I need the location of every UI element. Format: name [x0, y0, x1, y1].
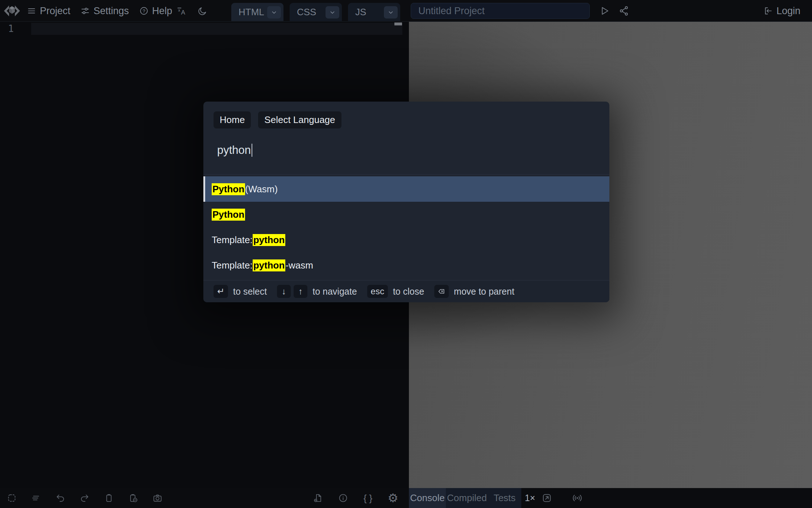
custom-settings-button[interactable]: { } [360, 488, 376, 508]
zoom-level-button[interactable]: 1× [521, 488, 539, 508]
app-logo-icon[interactable] [4, 3, 20, 19]
menu-settings[interactable]: Settings [80, 5, 129, 17]
menu-help[interactable]: ?Help [139, 5, 173, 17]
hint-keys [434, 285, 449, 298]
palette-header: HomeSelect Language python [203, 102, 609, 175]
language-menu-button[interactable] [267, 6, 281, 19]
chevron-down-icon [328, 8, 336, 16]
project-title-input[interactable] [411, 3, 590, 19]
chevron-down-icon [270, 8, 278, 16]
copy-button[interactable] [100, 488, 117, 508]
result-text: Template: [212, 234, 253, 246]
svg-text:A: A [181, 9, 185, 16]
editor-current-line [31, 23, 402, 35]
breadcrumb-select-language[interactable]: Select Language [258, 111, 341, 128]
undo-icon [55, 493, 65, 503]
editor-scrollbar-thumb[interactable] [394, 22, 402, 25]
key-chip: esc [367, 285, 388, 298]
language-menu-button[interactable] [326, 6, 339, 19]
screenshot-button[interactable] [149, 488, 166, 508]
command-palette: HomeSelect Language python Python (Wasm)… [203, 102, 609, 302]
menu-label: Project [40, 5, 70, 17]
copy-snippet-icon [128, 493, 138, 503]
tab-label: HTML [239, 7, 264, 18]
run-icon[interactable] [599, 5, 610, 16]
run-share-group [599, 0, 629, 22]
project-info-button[interactable] [335, 488, 351, 508]
hint-keys: ↓↑ [277, 285, 307, 298]
tab-js[interactable]: JS [348, 3, 400, 21]
login-icon [763, 6, 772, 16]
result-tab-console[interactable]: Console [409, 488, 446, 508]
chevron-down-icon [387, 8, 395, 16]
tab-label: JS [355, 7, 366, 18]
key-chip: ↵ [214, 285, 228, 298]
hint-label: move to parent [454, 286, 514, 297]
login-button[interactable]: Login [763, 0, 800, 22]
tab-css[interactable]: CSS [290, 3, 342, 21]
external-resources-icon [313, 493, 323, 503]
palette-search-row[interactable]: python [217, 144, 599, 157]
result-item[interactable]: Template: python [203, 227, 609, 253]
dark-mode-icon[interactable] [198, 6, 207, 16]
redo-icon [80, 493, 90, 503]
broadcast-button[interactable] [569, 488, 585, 508]
undo-button[interactable] [52, 488, 69, 508]
open-in-new-window-button[interactable] [538, 488, 555, 508]
result-panel-tabs: ConsoleCompiledTests [409, 488, 521, 508]
broadcast-icon [572, 492, 583, 504]
translate-icon[interactable]: xA [177, 6, 186, 16]
hint-keys: esc [367, 285, 388, 298]
share-icon[interactable] [618, 5, 629, 16]
hamburger-icon [27, 6, 36, 16]
project-info-icon [338, 493, 348, 503]
breadcrumb-home[interactable]: Home [214, 111, 251, 128]
result-item[interactable]: Template: python-wasm [203, 253, 609, 278]
livecodes-app: ProjectSettings?Help xA HTMLCSSJS Login … [0, 0, 812, 508]
key-chip: ↓ [277, 285, 291, 298]
keyboard-hint: move to parent [434, 285, 514, 298]
editor-tabs: HTMLCSSJS [231, 3, 400, 21]
help-icon: ? [139, 6, 149, 16]
result-tab-tests[interactable]: Tests [488, 488, 521, 508]
hint-label: to select [233, 286, 267, 297]
language-search-input[interactable]: python [217, 144, 251, 157]
sliders-icon [80, 6, 90, 16]
hint-label: to close [393, 286, 424, 297]
menu-label: Help [152, 5, 173, 17]
palette-results: Python (Wasm)PythonTemplate: pythonTempl… [203, 175, 609, 278]
select-all-icon [7, 493, 17, 503]
format-button[interactable] [28, 488, 44, 508]
toolbar-quick-icons: xA [177, 0, 207, 22]
redo-button[interactable] [76, 488, 93, 508]
key-chip [434, 285, 449, 298]
copy-snippet-button[interactable] [125, 488, 141, 508]
keyboard-hint: ↓↑to navigate [277, 285, 357, 298]
screenshot-icon [153, 493, 162, 503]
match-highlight: Python [212, 183, 245, 195]
editor-settings-button[interactable]: ⚙ [385, 488, 401, 508]
hint-label: to navigate [312, 286, 357, 297]
keyboard-hint: ↵to select [214, 285, 267, 298]
menu-project[interactable]: Project [27, 5, 70, 17]
tab-html[interactable]: HTML [231, 3, 283, 21]
result-text: -wasm [285, 260, 313, 271]
result-item[interactable]: Python [203, 202, 609, 227]
key-chip: ↑ [294, 285, 307, 298]
result-tab-compiled[interactable]: Compiled [446, 488, 488, 508]
svg-text:?: ? [142, 8, 145, 14]
hint-keys: ↵ [214, 285, 228, 298]
backspace-icon [438, 288, 445, 295]
match-highlight: python [253, 234, 286, 246]
format-icon [31, 493, 41, 503]
result-tools-group [538, 488, 585, 508]
text-cursor [252, 144, 252, 157]
result-item[interactable]: Python (Wasm) [203, 176, 609, 202]
language-menu-button[interactable] [384, 6, 398, 19]
result-text: (Wasm) [245, 184, 278, 195]
keyboard-hint: escto close [367, 285, 424, 298]
select-all-button[interactable] [3, 488, 20, 508]
login-label: Login [776, 5, 800, 17]
external-resources-button[interactable] [310, 488, 326, 508]
editor-line-number: 1 [5, 23, 14, 35]
